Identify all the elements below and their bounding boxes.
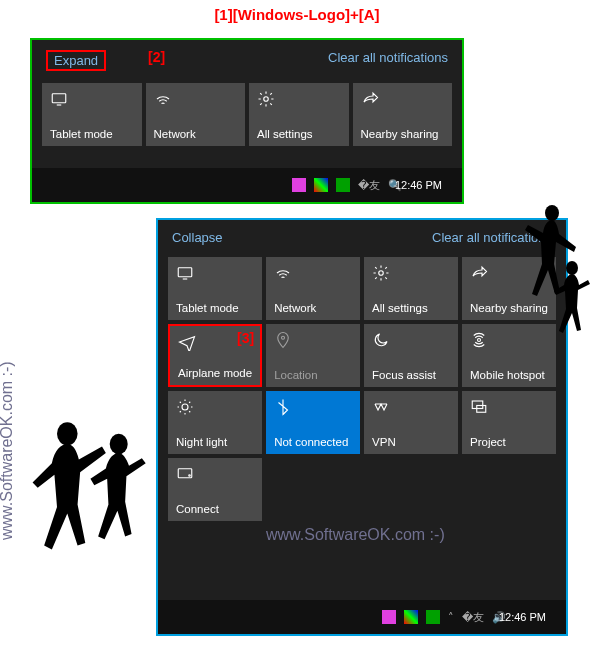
svg-point-12	[110, 434, 128, 455]
bluetooth-icon	[274, 397, 294, 417]
location-icon	[274, 330, 294, 350]
tile-label: Focus assist	[372, 369, 450, 381]
hotspot-icon	[470, 330, 490, 350]
watermark-vertical: www.SoftwareOK.com :-)	[0, 361, 16, 540]
vpn-icon	[372, 397, 392, 417]
tray-icon[interactable]	[292, 178, 306, 192]
share-icon	[361, 89, 381, 109]
svg-point-4	[282, 336, 285, 339]
tile-label: All settings	[257, 128, 341, 140]
decorative-silhouette	[520, 198, 594, 348]
tile-label: Connect	[176, 503, 254, 515]
tile-label: Not connected	[274, 436, 352, 448]
collapse-link[interactable]: Collapse	[172, 230, 223, 245]
tile-project[interactable]: Project	[462, 391, 556, 454]
action-center-collapsed: Expand Clear all notifications [2] Table…	[30, 38, 464, 204]
tile-network[interactable]: Network	[266, 257, 360, 320]
tablet-icon	[176, 263, 196, 283]
tray-icons: ˄ �友 🔊	[382, 610, 506, 625]
moon-icon	[372, 330, 392, 350]
tile-tablet-mode[interactable]: Tablet mode	[42, 83, 142, 146]
tile-label: Network	[154, 128, 238, 140]
tray-icon[interactable]	[382, 610, 396, 624]
svg-point-3	[379, 271, 384, 276]
svg-point-13	[545, 205, 559, 221]
quick-action-tiles-collapsed: Tablet mode Network All settings Nearby …	[32, 77, 462, 152]
tile-label: Network	[274, 302, 352, 314]
tile-label: Night light	[176, 436, 254, 448]
tile-vpn[interactable]: VPN	[364, 391, 458, 454]
tile-label: Tablet mode	[176, 302, 254, 314]
wifi-tray-icon[interactable]: �友	[462, 610, 484, 625]
tray-icon[interactable]	[426, 610, 440, 624]
svg-rect-7	[472, 401, 483, 409]
connect-icon	[176, 464, 196, 484]
svg-point-6	[182, 404, 188, 410]
tray-icon[interactable]	[336, 178, 350, 192]
clear-notifications-link[interactable]: Clear all notifications	[328, 50, 448, 71]
share-icon	[470, 263, 490, 283]
taskbar: �友 🔍 12:46 PM	[32, 168, 462, 202]
clock: 12:46 PM	[395, 179, 442, 191]
annotation-2: [2]	[148, 49, 165, 65]
tile-label: Tablet mode	[50, 128, 134, 140]
sun-icon	[176, 397, 196, 417]
wifi-icon	[154, 89, 174, 109]
expand-link[interactable]: Expand	[46, 50, 106, 71]
quick-action-tiles-expanded: Tablet mode Network All settings Nearby …	[158, 251, 566, 527]
action-center-expanded: Collapse Clear all notifications Tablet …	[156, 218, 568, 636]
tile-connect[interactable]: Connect	[168, 458, 262, 521]
tile-night-light[interactable]: Night light	[168, 391, 262, 454]
svg-point-10	[189, 475, 191, 477]
airplane-icon	[178, 332, 198, 352]
tile-focus-assist[interactable]: Focus assist	[364, 324, 458, 387]
tile-label: Nearby sharing	[361, 128, 445, 140]
tile-label: Project	[470, 436, 548, 448]
decorative-silhouette	[28, 408, 158, 588]
svg-rect-0	[52, 94, 66, 103]
tile-airplane-mode[interactable]: [3] Airplane mode	[168, 324, 262, 387]
tile-label: Mobile hotspot	[470, 369, 548, 381]
tile-nearby-sharing[interactable]: Nearby sharing	[353, 83, 453, 146]
wifi-icon	[274, 263, 294, 283]
tray-icons: �友 🔍	[292, 178, 402, 193]
annotation-shortcut: [1][Windows-Logo]+[A]	[0, 6, 594, 23]
tray-icon[interactable]	[404, 610, 418, 624]
tile-location[interactable]: Location	[266, 324, 360, 387]
tile-tablet-mode[interactable]: Tablet mode	[168, 257, 262, 320]
svg-point-14	[566, 261, 578, 275]
tile-bluetooth[interactable]: Not connected	[266, 391, 360, 454]
clock: 12:46 PM	[499, 611, 546, 623]
tile-label: VPN	[372, 436, 450, 448]
chevron-up-icon[interactable]: ˄	[448, 611, 454, 624]
svg-rect-2	[178, 268, 192, 277]
svg-point-5	[478, 339, 481, 342]
tile-label: All settings	[372, 302, 450, 314]
gear-icon	[257, 89, 277, 109]
tile-all-settings[interactable]: All settings	[364, 257, 458, 320]
tile-all-settings[interactable]: All settings	[249, 83, 349, 146]
annotation-3: [3]	[237, 330, 254, 346]
watermark: www.SoftwareOK.com :-)	[266, 526, 445, 544]
tray-icon[interactable]	[314, 178, 328, 192]
tile-label: Location	[274, 369, 352, 381]
gear-icon	[372, 263, 392, 283]
taskbar: ˄ �友 🔊 12:46 PM	[158, 600, 566, 634]
project-icon	[470, 397, 490, 417]
wifi-tray-icon[interactable]: �友	[358, 178, 380, 193]
tile-label: Airplane mode	[178, 367, 252, 379]
tile-network[interactable]: Network	[146, 83, 246, 146]
svg-point-11	[57, 422, 78, 445]
svg-point-1	[264, 97, 269, 102]
tablet-icon	[50, 89, 70, 109]
